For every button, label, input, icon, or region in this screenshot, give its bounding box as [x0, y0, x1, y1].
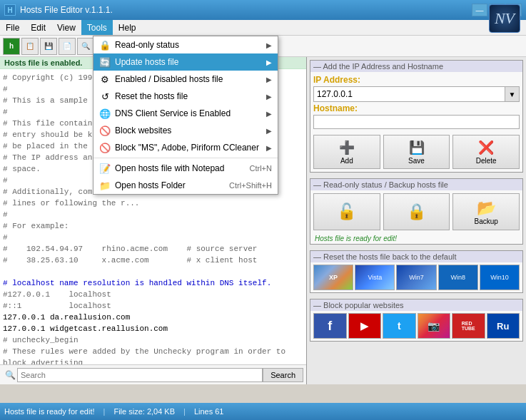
block-buttons: f ▶ t 📷 REDTUBE Ru	[310, 311, 522, 341]
menu-enable-disable[interactable]: ⚙ Enabled / Disabled hosts file ▶	[93, 71, 278, 88]
update-icon: 🔄	[99, 56, 111, 68]
readonly-section: — Read-only status / Backup hosts file 🔓…	[310, 178, 523, 245]
arrow-icon2: ▶	[266, 58, 272, 66]
add-section: — Add the IP Address and Hostname IP Add…	[310, 60, 523, 173]
ip-dropdown-btn[interactable]: ▼	[505, 86, 520, 102]
notepad-label: Open hosts file with Notepad	[115, 163, 246, 173]
minimize-button[interactable]: —	[472, 4, 487, 16]
toolbar-hosts-icon[interactable]: h	[3, 38, 20, 55]
backup-status: Hosts file is ready for edit!	[310, 233, 522, 244]
notepad-icon: 📝	[99, 163, 111, 174]
file-size: File size: 2,04 KB	[113, 407, 175, 416]
menu-tools[interactable]: Tools	[81, 20, 113, 35]
readonly-section-title: — Read-only status / Backup hosts file	[310, 179, 522, 190]
lock-gray-icon: 🔒	[407, 203, 426, 221]
menu-open-notepad[interactable]: 📝 Open hosts file with Notepad Ctrl+N	[93, 160, 278, 177]
update-label: Update hosts file	[115, 57, 262, 67]
block-ms-icon: 🚫	[99, 142, 111, 153]
action-buttons: ➕ Add 💾 Save ❌ Delete	[310, 132, 522, 172]
menu-edit[interactable]: Edit	[25, 20, 51, 35]
reset-icon: ↺	[99, 91, 111, 102]
arrow-icon4: ▶	[266, 93, 272, 101]
hostname-input[interactable]	[313, 115, 520, 129]
add-button[interactable]: ➕ Add	[313, 135, 380, 169]
lock-red-icon: 🔓	[337, 203, 356, 221]
arrow-icon5: ▶	[266, 110, 272, 118]
ip-label: IP Address:	[313, 73, 520, 86]
readonly-locked-btn[interactable]: 🔓	[313, 193, 380, 230]
status-sep1: |	[103, 407, 106, 416]
status-sep2: |	[183, 407, 186, 416]
folder-shortcut: Ctrl+Shift+H	[229, 181, 272, 190]
reset-vista-btn[interactable]: Vista	[355, 265, 395, 290]
toolbar-doc-btn[interactable]: 📄	[59, 38, 76, 55]
folder-icon: 📁	[99, 180, 111, 191]
menu-help[interactable]: Help	[113, 20, 142, 35]
add-icon: ➕	[339, 140, 355, 155]
menu-view[interactable]: View	[51, 20, 81, 35]
delete-button[interactable]: ❌ Delete	[452, 135, 520, 169]
backup-buttons: 🔓 🔒 📂 Backup	[310, 190, 522, 233]
notepad-shortcut: Ctrl+N	[250, 164, 272, 173]
menu-update-hosts[interactable]: 🔄 Update hosts file ▶	[93, 53, 278, 71]
delete-icon: ❌	[478, 140, 494, 155]
backup-btn[interactable]: 📂 Backup	[452, 193, 520, 230]
arrow-icon3: ▶	[266, 76, 272, 83]
hostname-label: Hostname:	[313, 102, 520, 115]
save-label: Save	[408, 157, 425, 165]
block-youtube-btn[interactable]: ▶	[348, 313, 382, 339]
readonly-unlocked-btn[interactable]: 🔒	[383, 193, 450, 230]
block-section-title: — Block popular websites	[310, 299, 522, 311]
menu-dns-service[interactable]: 🌐 DNS Client Service is Enabled ▶	[93, 105, 278, 122]
toolbar-clipboard-btn[interactable]: 📋	[21, 38, 39, 55]
delete-label: Delete	[476, 157, 497, 165]
app-icon: H	[4, 4, 16, 16]
search-icon: 🔍	[3, 368, 17, 382]
toolbar-save-btn[interactable]: 💾	[40, 38, 57, 55]
menu-block-ms[interactable]: 🚫 Block "MS", Adobe, Piriform CCleaner ▶	[93, 139, 278, 156]
app-title: Hosts File Editor v.1.1.1.	[20, 5, 113, 15]
arrow-icon7: ▶	[266, 144, 272, 152]
save-button[interactable]: 💾 Save	[383, 135, 450, 169]
backup-label: Backup	[475, 217, 498, 225]
reset-win7-btn[interactable]: Win7	[396, 265, 436, 290]
block-section: — Block popular websites f ▶ t 📷 REDTUBE…	[310, 299, 523, 342]
readonly-icon: 🔒	[99, 39, 111, 51]
menu-readonly-status[interactable]: 🔒 Read-only status ▶	[93, 36, 278, 53]
block-twitter-btn[interactable]: t	[383, 313, 416, 339]
block-facebook-btn[interactable]: f	[313, 313, 347, 339]
add-label: Add	[340, 157, 353, 165]
block-ru-btn[interactable]: Ru	[487, 313, 520, 339]
search-button[interactable]: Search	[263, 368, 303, 382]
block-redtube-btn[interactable]: REDTUBE	[452, 313, 485, 339]
reset-section-title: — Reset the hosts file back to the defau…	[310, 251, 522, 262]
menu-open-folder[interactable]: 📁 Open hosts Folder Ctrl+Shift+H	[93, 177, 278, 194]
nv-logo: NV	[489, 4, 520, 33]
reset-win8-btn[interactable]: Win8	[438, 265, 478, 290]
block-icon: 🚫	[99, 125, 111, 136]
dns-label: DNS Client Service is Enabled	[115, 108, 262, 118]
arrow-icon: ▶	[266, 41, 272, 49]
tools-dropdown-menu: 🔒 Read-only status ▶ 🔄 Update hosts file…	[93, 36, 278, 195]
ip-address-input[interactable]	[313, 86, 505, 102]
add-section-title: — Add the IP Address and Hostname	[310, 61, 522, 72]
reset-xp-btn[interactable]: XP	[313, 265, 353, 290]
block-instagram-btn[interactable]: 📷	[418, 313, 451, 339]
folder-label: Open hosts Folder	[115, 180, 225, 190]
block-ms-label: Block "MS", Adobe, Piriform CCleaner	[115, 143, 262, 153]
readonly-label: Read-only status	[115, 40, 262, 50]
status-bar: Hosts file is ready for edit! | File siz…	[0, 403, 526, 420]
reset-win10-btn[interactable]: Win10	[480, 265, 520, 290]
reset-buttons: XP Vista Win7 Win8 Win10	[310, 262, 522, 292]
menu-file[interactable]: File	[0, 20, 25, 35]
status-text: Hosts file is ready for edit!	[4, 407, 95, 416]
search-input[interactable]	[17, 368, 263, 382]
backup-icon: 📂	[477, 199, 496, 217]
menu-block-websites[interactable]: 🚫 Block websites ▶	[93, 122, 278, 139]
enable-label: Enabled / Disabled hosts file	[115, 74, 262, 84]
menu-reset-hosts[interactable]: ↺ Reset the hosts file ▶	[93, 88, 278, 105]
right-panel: — Add the IP Address and Hostname IP Add…	[307, 57, 526, 384]
enable-icon: ⚙	[99, 73, 111, 85]
toolbar-search-btn[interactable]: 🔍	[77, 38, 94, 55]
title-bar: H Hosts File Editor v.1.1.1. — □ ✕	[0, 0, 526, 20]
